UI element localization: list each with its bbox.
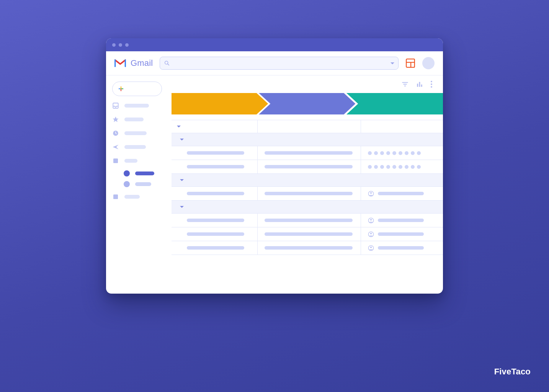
- placeholder-text: [265, 165, 353, 168]
- browser-window: Gmail: [106, 38, 443, 294]
- svg-rect-16: [417, 84, 418, 87]
- app-name: Gmail: [131, 58, 153, 68]
- grid-section-header[interactable]: [172, 201, 443, 214]
- placeholder-text: [378, 232, 424, 236]
- chevron-down-icon[interactable]: [391, 62, 394, 64]
- pipeline-stage[interactable]: [259, 93, 355, 114]
- sidebar-item-label: [124, 104, 149, 108]
- pipeline-stage[interactable]: [172, 93, 268, 114]
- sidebar-item-label: [124, 195, 140, 199]
- svg-rect-11: [113, 158, 118, 163]
- main-panel: [171, 75, 443, 294]
- table-row[interactable]: [172, 160, 443, 174]
- more-icon[interactable]: [431, 81, 432, 88]
- star-icon: [112, 116, 119, 123]
- window-titlebar: [106, 38, 443, 51]
- inbox-icon: [112, 102, 119, 109]
- square-icon: [112, 157, 119, 164]
- svg-marker-19: [172, 93, 268, 114]
- plus-icon: [118, 86, 124, 92]
- sidebar-item-label: [124, 159, 137, 163]
- caret-down-icon: [180, 179, 184, 181]
- clock-icon: [112, 130, 119, 137]
- grid-header-row: [172, 120, 443, 133]
- avatar[interactable]: [422, 57, 435, 69]
- search-input[interactable]: [160, 57, 399, 70]
- watermark: FiveTaco: [494, 367, 531, 377]
- svg-marker-20: [259, 93, 355, 114]
- svg-point-23: [370, 192, 372, 194]
- placeholder-text: [265, 151, 353, 155]
- svg-point-29: [370, 247, 372, 248]
- sidebar-item-label: [124, 118, 144, 121]
- table-row[interactable]: [172, 214, 443, 227]
- status-dots: [368, 151, 421, 155]
- grid-section-header[interactable]: [172, 133, 443, 146]
- placeholder-text: [265, 232, 353, 236]
- gmail-icon: [114, 59, 126, 68]
- svg-marker-21: [346, 93, 443, 114]
- send-icon: [112, 144, 119, 150]
- caret-down-icon: [180, 139, 184, 140]
- placeholder-text: [187, 219, 244, 222]
- pipeline-stage[interactable]: [346, 93, 443, 114]
- caret-down-icon: [180, 206, 184, 208]
- sidebar-item-inbox[interactable]: [112, 101, 167, 110]
- search-icon: [164, 60, 170, 66]
- pipeline-stages: [172, 93, 443, 114]
- svg-rect-17: [419, 82, 420, 87]
- placeholder-text: [187, 232, 244, 236]
- placeholder-text: [187, 151, 244, 155]
- svg-point-25: [370, 219, 372, 220]
- app-grid-icon[interactable]: [405, 58, 415, 68]
- svg-rect-18: [421, 85, 422, 87]
- placeholder-text: [265, 246, 353, 250]
- column-header[interactable]: [172, 120, 258, 133]
- table-row[interactable]: [172, 227, 443, 241]
- sidebar-item-label: [124, 145, 146, 149]
- sidebar: [106, 75, 171, 294]
- svg-rect-12: [113, 194, 118, 199]
- window-max-icon[interactable]: [125, 43, 129, 47]
- filter-icon[interactable]: [402, 81, 408, 88]
- app-logo[interactable]: Gmail: [114, 58, 153, 68]
- window-controls[interactable]: [112, 43, 129, 47]
- user-icon: [368, 217, 374, 224]
- placeholder-text: [187, 165, 244, 168]
- user-icon: [368, 191, 374, 197]
- label-dot-icon: [124, 170, 130, 176]
- window-min-icon[interactable]: [119, 43, 122, 47]
- sidebar-item-category[interactable]: [112, 157, 167, 165]
- sidebar-item-category[interactable]: [112, 193, 167, 201]
- column-header[interactable]: [361, 120, 443, 133]
- stats-icon[interactable]: [416, 81, 423, 88]
- svg-line-1: [168, 64, 169, 65]
- square-icon: [112, 193, 119, 200]
- sidebar-nested-item[interactable]: [124, 181, 167, 187]
- sidebar-item-label: [135, 172, 154, 175]
- header-actions: [405, 57, 435, 69]
- grid-section-header[interactable]: [172, 174, 443, 187]
- table-row[interactable]: [172, 146, 443, 160]
- user-icon: [368, 245, 374, 251]
- user-icon: [368, 231, 374, 237]
- column-header[interactable]: [258, 120, 361, 133]
- table-row[interactable]: [172, 241, 443, 255]
- sidebar-nested-item[interactable]: [124, 170, 167, 176]
- placeholder-text: [378, 246, 424, 250]
- status-dots: [368, 165, 421, 169]
- placeholder-text: [378, 219, 424, 222]
- sidebar-item-snoozed[interactable]: [112, 129, 167, 137]
- placeholder-text: [187, 246, 244, 250]
- app-header: Gmail: [106, 51, 443, 75]
- table-row[interactable]: [172, 187, 443, 201]
- compose-button[interactable]: [112, 82, 162, 96]
- sidebar-item-sent[interactable]: [112, 143, 167, 151]
- placeholder-text: [187, 192, 244, 195]
- label-dot-icon: [124, 181, 130, 187]
- main-toolbar: [172, 81, 443, 93]
- sidebar-nested-group: [112, 170, 167, 187]
- sidebar-item-starred[interactable]: [112, 115, 167, 124]
- caret-down-icon: [177, 126, 181, 127]
- window-close-icon[interactable]: [112, 43, 116, 47]
